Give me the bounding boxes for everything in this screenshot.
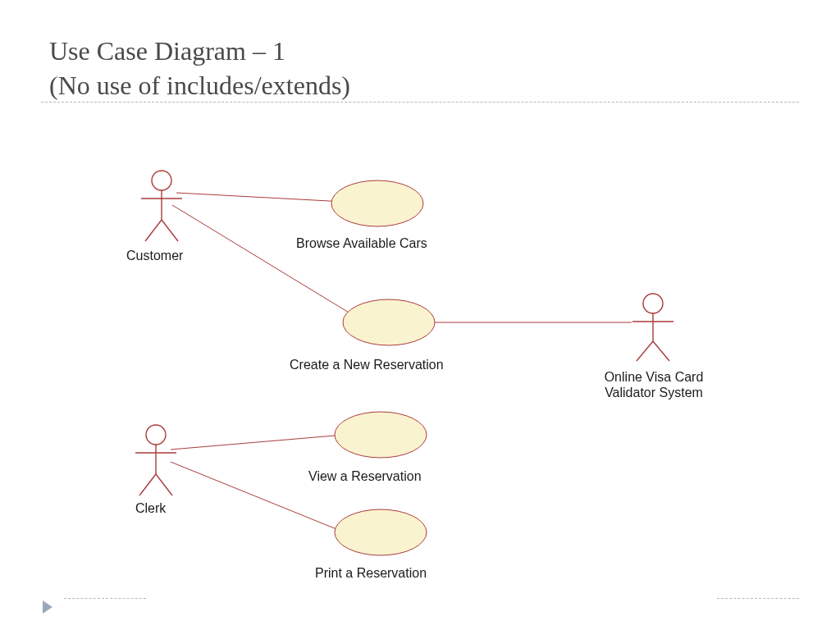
svg-line-13	[637, 341, 653, 361]
svg-line-14	[653, 341, 669, 361]
label-print: Print a Reservation	[315, 566, 427, 581]
usecase-create	[343, 299, 435, 345]
svg-point-0	[152, 171, 171, 190]
assoc-customer-browse	[176, 193, 345, 202]
usecase-view	[335, 412, 427, 458]
label-customer: Customer	[126, 249, 183, 263]
footer-dash-right	[717, 598, 799, 599]
usecase-browse	[331, 180, 423, 226]
svg-line-9	[156, 474, 172, 495]
actor-visa-system	[632, 294, 673, 361]
usecase-print	[335, 509, 427, 555]
assoc-clerk-view	[171, 435, 345, 450]
svg-point-10	[643, 294, 663, 313]
label-view: View a Reservation	[308, 469, 422, 484]
svg-line-8	[139, 474, 156, 495]
label-create: Create a New Reservation	[290, 358, 444, 372]
use-case-diagram	[0, 0, 840, 630]
footer-dash-left	[64, 598, 146, 599]
label-visa-system: Online Visa Card Validator System	[580, 369, 728, 400]
svg-point-5	[146, 425, 166, 445]
svg-line-3	[145, 220, 162, 241]
actor-customer	[141, 171, 182, 241]
actor-clerk	[135, 425, 176, 495]
svg-line-4	[162, 220, 178, 241]
label-browse: Browse Available Cars	[296, 236, 427, 251]
label-clerk: Clerk	[135, 501, 166, 516]
play-icon	[43, 600, 52, 614]
assoc-customer-create	[172, 205, 361, 320]
